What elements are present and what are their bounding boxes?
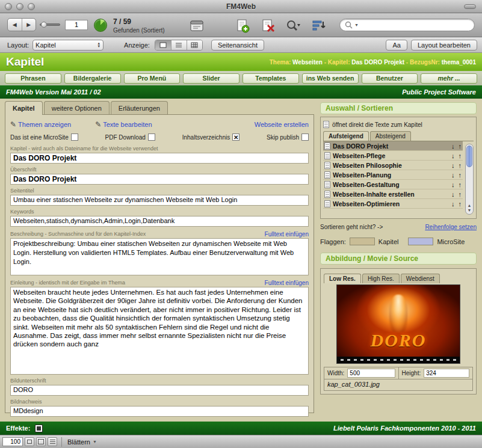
list-item[interactable]: Webseiten-Gestaltung ↓↑ — [323, 180, 463, 189]
tab-kapitel[interactable]: Kapitel — [5, 101, 43, 115]
record-slider[interactable] — [40, 23, 60, 26]
list-item-label: Webseiten-Pflege — [333, 152, 449, 159]
tab-webdienst[interactable]: Webdienst — [401, 274, 440, 283]
seitentitel-input[interactable]: Umbau einer statischen Webseite zur dyna… — [10, 195, 309, 206]
current-record-field[interactable]: 1 — [65, 20, 88, 30]
move-up-button[interactable]: ↑ — [459, 191, 462, 198]
table-view-button[interactable] — [187, 40, 202, 50]
list-view-button[interactable] — [171, 40, 187, 50]
fulltext-einfuegen-link[interactable]: Fulltext einfügen — [265, 231, 309, 238]
field-label: Kapitel - wird auch als Dateiname für di… — [10, 146, 309, 152]
pdf-download-checkbox[interactable] — [148, 133, 155, 141]
move-down-button[interactable]: ↓ — [451, 181, 455, 188]
skip-publish-checkbox[interactable] — [301, 133, 309, 141]
height-input[interactable]: 324 — [424, 369, 469, 378]
move-up-button[interactable]: ↑ — [459, 152, 462, 159]
width-input[interactable]: 500 — [347, 369, 395, 378]
tab-erlaeuterungen[interactable]: Erläuterungen — [111, 101, 168, 114]
fulltext-einfuegen-link[interactable]: Fulltext einfügen — [265, 280, 309, 286]
found-set-pie-icon[interactable] — [94, 19, 107, 32]
list-item[interactable]: Webseiten-Inhalte erstellen ↓↑ — [323, 189, 463, 199]
mode-popup[interactable]: Blättern ▼ — [67, 438, 97, 446]
zoom-level-field[interactable]: 100 — [2, 437, 23, 446]
effekte-checkbox[interactable] — [35, 425, 43, 432]
inhaltsverzeichnis-checkbox[interactable]: ✕ — [232, 133, 239, 141]
move-down-button[interactable]: ↓ — [451, 152, 455, 159]
bildnachweis-input[interactable]: MDdesign — [10, 406, 309, 417]
nav-button-templates[interactable]: Templates — [243, 73, 299, 84]
tab-low-res[interactable]: Low Res. — [324, 274, 361, 283]
tab-weitere-optionen[interactable]: weitere Optionen — [44, 101, 110, 114]
microsite-checkbox[interactable] — [71, 133, 78, 141]
move-up-button[interactable]: ↑ — [459, 200, 462, 207]
tab-high-res[interactable]: High Res. — [362, 274, 400, 283]
zoom-out-button[interactable] — [25, 437, 34, 446]
themen-anzeigen-link[interactable]: Themen anzeigen — [18, 121, 71, 128]
sort-button[interactable] — [309, 18, 327, 34]
beschreibung-textarea[interactable]: Projektbeschreibung: Umbau einer statisc… — [10, 238, 309, 275]
move-up-button[interactable]: ↑ — [459, 181, 462, 188]
move-down-button[interactable]: ↓ — [451, 143, 455, 150]
kapitel-input[interactable]: Das DORO Projekt — [10, 153, 309, 164]
next-record-button[interactable]: ▶ — [22, 19, 36, 31]
app-window: FM4Web ◀ ▶ 1 7 / 59 Gefunden (Sortiert) — [0, 0, 482, 448]
close-button[interactable] — [5, 3, 12, 10]
list-item[interactable]: Das DORO Projekt ↓↑ — [323, 141, 463, 151]
toolbar-toggle-button[interactable] — [464, 4, 476, 9]
find-button[interactable] — [284, 18, 302, 34]
module-nav-row: Phrasen Bildergalerie Pro Menü Slider Te… — [0, 71, 482, 85]
breadcrumb-value: Das DORO Projekt — [351, 59, 404, 66]
move-down-button[interactable]: ↓ — [451, 200, 455, 207]
move-down-button[interactable]: ↓ — [451, 162, 455, 169]
einleitung-textarea[interactable]: Webseiten braucht heute jedes Unternehme… — [10, 287, 309, 375]
webseite-erstellen-link[interactable]: Webseite erstellen — [255, 121, 309, 128]
nav-button-benutzer[interactable]: Benutzer — [362, 73, 418, 84]
new-record-button[interactable] — [233, 18, 252, 34]
texte-bearbeiten-link[interactable]: Texte bearbeiten — [103, 121, 152, 128]
record-slider-knob[interactable] — [41, 22, 47, 28]
list-item[interactable]: Webseiten Philosophie ↓↑ — [323, 161, 463, 170]
kapitel-image[interactable]: DORO — [336, 284, 460, 364]
move-down-button[interactable]: ↓ — [451, 171, 455, 179]
move-up-button[interactable]: ↑ — [459, 171, 462, 179]
nav-button-slider[interactable]: Slider — [183, 73, 239, 84]
status-toolbar-toggle-button[interactable] — [48, 437, 57, 446]
field-ueberschrift: Überschrift Das DORO Projekt — [10, 167, 309, 185]
nav-button-ins-web-senden[interactable]: ins Web senden — [302, 73, 359, 84]
field-einleitung: Einleitung - identisch mit der Eingabe i… — [10, 278, 309, 375]
scrollbar-arrows[interactable]: ▲▼ — [466, 203, 473, 213]
quick-find-input[interactable]: ▼ — [339, 19, 475, 31]
scrollbar-thumb[interactable] — [466, 146, 472, 167]
search-dropdown-icon[interactable]: ▼ — [354, 23, 359, 27]
format-aa-button[interactable]: Aa — [386, 40, 407, 51]
list-item[interactable]: Webseiten-Pflege ↓↑ — [323, 151, 463, 161]
move-down-button[interactable]: ↓ — [451, 191, 455, 198]
form-view-button[interactable] — [155, 40, 171, 50]
document-icon — [324, 181, 330, 188]
tab-aufsteigend[interactable]: Aufsteigend — [323, 131, 369, 141]
list-item[interactable]: Webseiten-Optimieren ↓↑ — [323, 199, 463, 209]
reihenfolge-setzen-link[interactable]: Reihenfolge setzen — [425, 224, 477, 230]
delete-record-button[interactable] — [259, 18, 277, 34]
nav-button-pro-menu[interactable]: Pro Menü — [124, 73, 181, 84]
list-scrollbar[interactable]: ▲▼ — [465, 144, 474, 215]
nav-button-phrasen[interactable]: Phrasen — [5, 73, 61, 84]
keywords-input[interactable]: Webseiten,statisch,dynamisch,Admin,Login… — [10, 216, 309, 227]
layout-popup[interactable]: Kapitel ▲▼ — [32, 40, 104, 51]
minimize-button[interactable] — [16, 3, 23, 10]
tab-absteigend[interactable]: Absteigend — [370, 131, 411, 141]
move-up-button[interactable]: ↑ — [459, 143, 462, 150]
move-up-button[interactable]: ↑ — [459, 162, 462, 169]
zoom-in-button[interactable] — [36, 437, 46, 446]
kapitel-flag-label: Kapitel — [378, 238, 399, 245]
nav-button-mehr[interactable]: mehr ... — [421, 73, 477, 84]
layout-bearbeiten-button[interactable]: Layout bearbeiten — [411, 40, 477, 51]
bildunterschrift-input[interactable]: DORO — [10, 385, 309, 396]
show-all-button[interactable] — [188, 18, 206, 34]
previous-record-button[interactable]: ◀ — [8, 19, 22, 31]
zoom-button[interactable] — [28, 3, 35, 10]
nav-button-bildergalerie[interactable]: Bildergalerie — [64, 73, 121, 84]
list-item[interactable]: Webseiten-Planung ↓↑ — [323, 170, 463, 180]
seitenansicht-button[interactable]: Seitenansicht — [211, 40, 264, 51]
ueberschrift-input[interactable]: Das DORO Projekt — [10, 174, 309, 185]
